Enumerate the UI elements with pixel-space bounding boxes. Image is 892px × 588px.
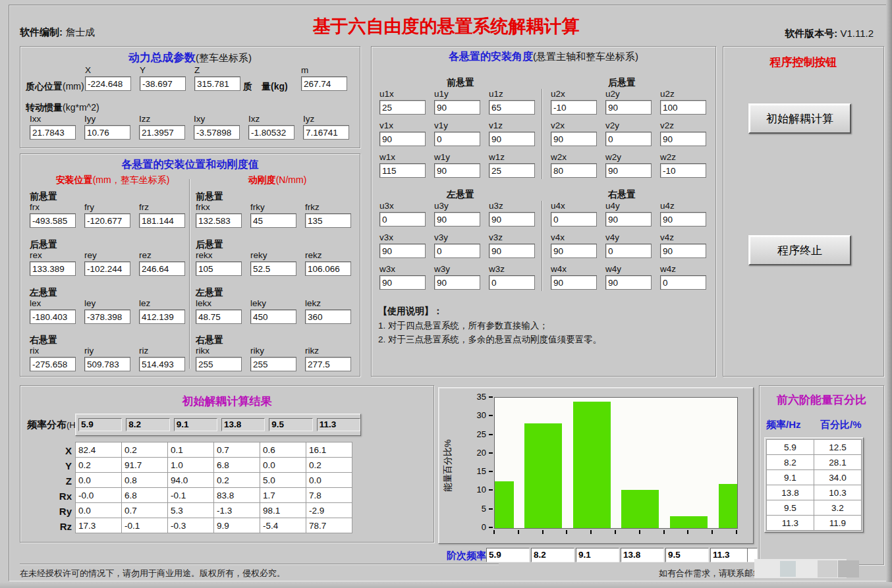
input-u3z[interactable]: [489, 212, 535, 227]
input-Ixz[interactable]: [248, 125, 294, 140]
input-lez[interactable]: [139, 309, 185, 324]
input-u4x[interactable]: [551, 212, 597, 227]
input-frz[interactable]: [139, 213, 185, 228]
label-v1z: v1z: [489, 120, 544, 131]
input-v1x[interactable]: [379, 132, 426, 146]
input-u4y[interactable]: [605, 212, 652, 227]
page-title: 基于六自由度的悬置系统解耦计算: [0, 14, 892, 38]
y-tick-label-30: 30: [477, 410, 486, 420]
input-riy[interactable]: [84, 357, 130, 371]
input-rikz[interactable]: [305, 357, 351, 371]
input-reky[interactable]: [250, 261, 296, 276]
input-fry[interactable]: [84, 213, 130, 228]
front-pos-fields: frxfryfrz: [30, 202, 194, 228]
input-frky[interactable]: [250, 213, 296, 228]
input-rix[interactable]: [30, 357, 76, 371]
input-w4y[interactable]: [605, 275, 652, 290]
label-w4z: w4z: [660, 264, 715, 275]
input-w3y[interactable]: [434, 275, 480, 290]
program-stop-button[interactable]: 程序终止: [748, 235, 851, 265]
input-frkz[interactable]: [305, 213, 351, 228]
input-rez[interactable]: [139, 261, 185, 276]
bar-8.2: [524, 423, 562, 528]
input-v1z[interactable]: [489, 132, 535, 146]
mount-group-front-stiff-header: 前悬置: [196, 191, 223, 203]
label-rikx: rikx: [196, 346, 250, 356]
input-u3y[interactable]: [434, 212, 480, 227]
input-rey[interactable]: [84, 261, 130, 276]
input-v3y[interactable]: [434, 244, 480, 258]
input-w3z[interactable]: [489, 275, 535, 290]
input-Ixx[interactable]: [30, 125, 76, 140]
input-v4x[interactable]: [551, 244, 597, 258]
input-X[interactable]: [85, 76, 131, 91]
footer-right-text: 如有合作需求，请联系邮箱: [659, 568, 762, 579]
energy-col-header-freq: 频率/Hz: [766, 419, 801, 431]
rear-pos-fields: rexreyrez: [30, 250, 194, 276]
input-lekz[interactable]: [305, 309, 351, 324]
input-v2x[interactable]: [551, 132, 597, 146]
label-Ixy: Ixy: [194, 114, 248, 124]
label-rez: rez: [139, 250, 194, 261]
input-w4x[interactable]: [551, 275, 597, 290]
input-v2z[interactable]: [660, 132, 706, 146]
input-lex[interactable]: [30, 309, 76, 324]
y-tick-mark: [489, 415, 493, 416]
input-u4z[interactable]: [660, 212, 706, 227]
input-v4y[interactable]: [605, 244, 652, 258]
input-v3z[interactable]: [489, 244, 535, 258]
input-u1x[interactable]: [379, 100, 426, 115]
label-Izz: Izz: [139, 114, 194, 124]
input-riz[interactable]: [139, 357, 185, 371]
label-reky: reky: [250, 250, 305, 261]
input-v2y[interactable]: [605, 132, 652, 146]
inertia-label-main: 转动惯量: [26, 102, 63, 113]
input-u2x[interactable]: [551, 100, 597, 115]
matrix-cell-5-3: 9.9: [214, 518, 260, 533]
input-u1y[interactable]: [434, 100, 480, 115]
input-Ixy[interactable]: [194, 125, 240, 140]
input-frkx[interactable]: [196, 213, 242, 228]
input-Z[interactable]: [194, 76, 240, 91]
input-w3x[interactable]: [379, 275, 426, 290]
input-rekz[interactable]: [305, 261, 351, 276]
input-w1y[interactable]: [434, 163, 480, 178]
label-v4z: v4z: [660, 232, 715, 243]
input-rikx[interactable]: [196, 357, 242, 371]
input-Y[interactable]: [140, 76, 186, 91]
input-w2z[interactable]: [660, 163, 706, 178]
initial-decoupling-calc-button[interactable]: 初始解耦计算: [748, 103, 851, 134]
input-v3x[interactable]: [379, 244, 426, 258]
matrix-cell-3-4: 1.7: [260, 488, 306, 503]
input-rekx[interactable]: [196, 261, 242, 276]
energy-cell-5-1: 11.9: [814, 516, 862, 531]
input-w1z[interactable]: [489, 163, 535, 178]
stiffness-header: 动刚度(N/mm): [218, 174, 337, 186]
input-ley[interactable]: [84, 309, 130, 324]
table-row: 17.3-0.1-0.39.9-5.478.7: [76, 518, 352, 533]
input-frx[interactable]: [30, 213, 76, 228]
inertia-label: 转动惯量(kg*m^2): [26, 102, 99, 114]
table-row: 0.00.75.3-1.398.1-2.9: [76, 503, 352, 518]
input-v1y[interactable]: [434, 132, 480, 146]
matrix-row-label-0: X: [47, 443, 72, 458]
window-edge-bottom: [0, 582, 892, 588]
input-Iyz[interactable]: [303, 125, 349, 140]
input-lekx[interactable]: [196, 309, 242, 324]
input-w2x[interactable]: [551, 163, 597, 178]
input-Iyy[interactable]: [84, 125, 130, 140]
label-u4y: u4y: [605, 201, 660, 211]
input-m[interactable]: [301, 76, 347, 91]
input-w2y[interactable]: [605, 163, 652, 178]
input-Izz[interactable]: [139, 125, 185, 140]
input-u2z[interactable]: [660, 100, 706, 115]
input-rex[interactable]: [30, 261, 76, 276]
input-u2y[interactable]: [605, 100, 652, 115]
input-leky[interactable]: [250, 309, 296, 324]
input-u1z[interactable]: [489, 100, 535, 115]
input-w1x[interactable]: [379, 163, 426, 178]
input-u3x[interactable]: [379, 212, 426, 227]
input-w4z[interactable]: [660, 275, 706, 290]
input-v4z[interactable]: [660, 244, 706, 258]
input-riky[interactable]: [250, 357, 296, 371]
